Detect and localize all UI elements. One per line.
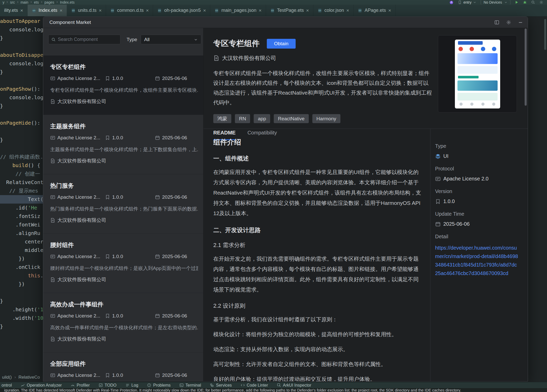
- search-component-input[interactable]: [58, 37, 118, 42]
- code-line[interactable]: [0, 144, 43, 153]
- code-line[interactable]: }: [0, 34, 43, 42]
- code-line[interactable]: .fontWei: [0, 221, 43, 229]
- code-line[interactable]: .height('100: [0, 305, 43, 314]
- tool-window-button[interactable]: ArkUI Inspector: [277, 383, 311, 388]
- close-tab-icon[interactable]: ×: [60, 8, 63, 13]
- editor-tab[interactable]: color.json×: [313, 5, 354, 16]
- component-list-item[interactable]: 腰封组件Apache License 2...1.0.02025-06-06腰封…: [43, 234, 203, 293]
- component-list-item[interactable]: 专区专栏组件Apache License 2...1.0.02025-06-06…: [43, 56, 203, 115]
- code-line[interactable]: console.log: [0, 93, 43, 102]
- ai-assistant-icon[interactable]: [449, 0, 454, 5]
- breadcrumb-item[interactable]: src: [10, 0, 15, 4]
- editor-tab[interactable]: units.d.ts×: [67, 5, 106, 16]
- code-line[interactable]: // 创建一: [0, 170, 43, 178]
- tool-window-button[interactable]: ontrol: [2, 383, 12, 388]
- editor-tab[interactable]: Index.ets×: [28, 5, 67, 16]
- debug-icon[interactable]: [523, 0, 527, 4]
- code-line[interactable]: build() {: [0, 161, 43, 170]
- code-line[interactable]: aboutToAppear: [0, 17, 43, 25]
- run-icon[interactable]: [515, 0, 519, 4]
- tool-window-button[interactable]: Log: [125, 383, 138, 388]
- device-selector[interactable]: No Devices: [481, 0, 510, 5]
- close-tab-icon[interactable]: ×: [346, 8, 349, 13]
- tool-window-button[interactable]: Problems: [147, 383, 171, 388]
- component-list-item[interactable]: 高效办成一件事组件Apache License 2...1.0.02025-06…: [43, 293, 203, 352]
- code-line[interactable]: .fontSiz: [0, 212, 43, 221]
- code-line[interactable]: }: [0, 136, 43, 144]
- tool-window-button[interactable]: Services: [210, 383, 232, 388]
- code-line[interactable]: console.log: [0, 25, 43, 34]
- search-box[interactable]: [48, 35, 120, 44]
- detail-link[interactable]: https://developer.huawei.com/consumer/cn…: [435, 244, 518, 278]
- obtain-button[interactable]: Obtain: [267, 39, 296, 49]
- tool-window-button[interactable]: Profiler: [70, 383, 90, 388]
- editor-tab[interactable]: ility.ets×: [0, 5, 28, 16]
- code-line[interactable]: aboutToDisappe: [0, 51, 43, 59]
- code-line[interactable]: [0, 42, 43, 51]
- breadcrumb-item[interactable]: main: [21, 0, 28, 4]
- code-line[interactable]: center: [0, 238, 43, 246]
- editor-tab[interactable]: oh-package.json5×: [153, 5, 210, 16]
- code-line[interactable]: }: [0, 68, 43, 76]
- close-tab-icon[interactable]: ×: [388, 8, 391, 13]
- code-line[interactable]: onPageShow():: [0, 85, 43, 93]
- component-license: Apache License 2...: [57, 135, 100, 141]
- license-icon: [50, 135, 55, 140]
- close-tab-icon[interactable]: ×: [259, 8, 262, 13]
- code-line[interactable]: onPageHide():: [0, 119, 43, 127]
- code-line[interactable]: .id('He: [0, 204, 43, 212]
- gear-icon[interactable]: [506, 20, 511, 25]
- tool-window-button[interactable]: TODO: [99, 383, 117, 388]
- type-filter-select[interactable]: All: [141, 35, 201, 44]
- close-tab-icon[interactable]: ×: [20, 8, 23, 13]
- code-line[interactable]: this.n: [0, 271, 43, 280]
- code-line[interactable]: .width('100%: [0, 314, 43, 322]
- editor-tab[interactable]: main_pages.json×: [210, 5, 266, 16]
- editor-breadcrumb-item[interactable]: uild(): [2, 375, 12, 380]
- code-line[interactable]: [0, 110, 43, 119]
- code-line[interactable]: [0, 76, 43, 85]
- editor-tab[interactable]: APage.ets×: [354, 5, 395, 16]
- component-list-item[interactable]: 热门服务Apache License 2...1.0.02025-06-06热门…: [43, 174, 203, 234]
- code-line[interactable]: // 显示mes: [0, 187, 43, 195]
- detail-scrollbar[interactable]: [525, 29, 527, 106]
- gear-icon[interactable]: [539, 0, 543, 4]
- editor-scrollbar[interactable]: [544, 19, 546, 50]
- breadcrumb-item[interactable]: pages: [45, 0, 54, 4]
- code-line[interactable]: }): [0, 254, 43, 263]
- breadcrumb-item[interactable]: Index.ets: [60, 0, 75, 4]
- layout-icon[interactable]: [494, 20, 499, 25]
- code-line[interactable]: Text(: [0, 195, 43, 204]
- meta-value: Apache License 2.0: [443, 176, 489, 182]
- code-line[interactable]: console.log: [0, 59, 43, 68]
- component-list-item[interactable]: 全部应用组件Apache License 2...1.0.02025-06-06: [43, 352, 203, 381]
- breadcrumb-item[interactable]: y: [3, 0, 4, 4]
- close-tab-icon[interactable]: ×: [146, 8, 149, 13]
- code-line[interactable]: [0, 127, 43, 136]
- code-line[interactable]: .onClick: [0, 263, 43, 271]
- minimize-icon[interactable]: [518, 20, 523, 25]
- code-line[interactable]: middle: [0, 246, 43, 254]
- tool-window-button[interactable]: Operation Analyzer: [21, 383, 62, 388]
- notifications-icon[interactable]: [539, 388, 542, 392]
- breadcrumb-item[interactable]: ets: [34, 0, 39, 4]
- close-tab-icon[interactable]: ×: [306, 8, 309, 13]
- search-icon[interactable]: [531, 0, 535, 4]
- code-line[interactable]: .alignRu: [0, 229, 43, 238]
- component-list-item[interactable]: 主题服务组件Apache License 2...1.0.02025-06-06…: [43, 115, 203, 174]
- code-line[interactable]: }: [0, 102, 43, 110]
- run-configuration-selector[interactable]: entry: [458, 0, 477, 4]
- code-line[interactable]: RelativeCont: [0, 178, 43, 187]
- code-line[interactable]: }: [0, 322, 43, 331]
- editor-breadcrumb-item[interactable]: RelativeCo: [19, 375, 40, 380]
- code-line[interactable]: // 组件构建函数.: [0, 153, 43, 161]
- code-line[interactable]: [0, 288, 43, 297]
- tool-window-button[interactable]: Code Linter: [241, 383, 268, 388]
- editor-tab[interactable]: common.d.ts×: [106, 5, 153, 16]
- close-tab-icon[interactable]: ×: [99, 8, 102, 13]
- close-tab-icon[interactable]: ×: [203, 8, 206, 13]
- tool-window-button[interactable]: Terminal: [179, 383, 201, 388]
- code-line[interactable]: }): [0, 280, 43, 288]
- code-line[interactable]: }: [0, 297, 43, 305]
- editor-tab[interactable]: TestPage.ets×: [266, 5, 313, 16]
